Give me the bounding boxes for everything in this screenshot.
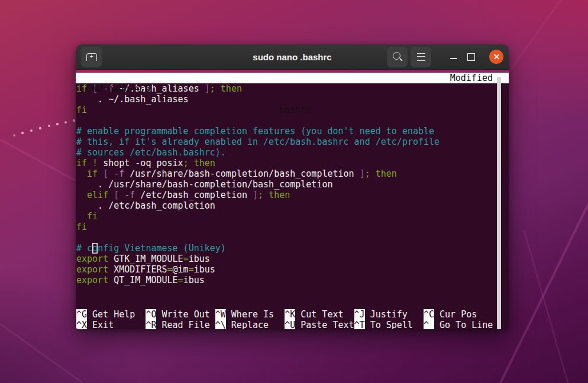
wallpaper-line xyxy=(524,231,568,383)
shortcut-key: ^O xyxy=(146,309,156,320)
menu-button[interactable] xyxy=(411,47,431,67)
nano-shortcut: ^UPaste Text xyxy=(285,320,354,329)
code-line: if ! shopt -oq posix; then xyxy=(76,158,509,168)
shortcut-label: Paste Text xyxy=(295,320,354,329)
nano-shortcut: ^WWhere Is xyxy=(215,309,285,320)
shortcut-key: ^K xyxy=(285,309,295,320)
maximize-button[interactable] xyxy=(464,50,478,64)
wallpaper-line xyxy=(0,324,83,383)
code-line: . /etc/bash_completion xyxy=(76,200,509,211)
code-line: export GTK_IM_MODULE=ibus xyxy=(76,254,509,264)
shortcut-key: ^J xyxy=(354,309,365,320)
shortcut-key: ^R xyxy=(146,320,156,329)
wallpaper-line xyxy=(506,0,561,76)
shortcut-label: Write Out xyxy=(156,309,209,320)
shortcut-key: ^X xyxy=(76,320,87,329)
shortcut-label: Replace xyxy=(226,320,269,329)
nano-shortcut: ^KCut Text xyxy=(285,309,354,320)
shortcut-bar: ^GGet Help^OWrite Out^WWhere Is^KCut Tex… xyxy=(76,309,504,329)
nano-filename: .bashrc xyxy=(76,105,509,115)
nano-shortcut: ^TTo Spell xyxy=(354,320,424,329)
shortcut-label: Cut Text xyxy=(295,309,343,320)
maximize-icon xyxy=(467,53,475,61)
code-line xyxy=(76,232,509,243)
minimize-button[interactable] xyxy=(447,50,461,64)
nano-shortcut: ^OWrite Out xyxy=(146,309,215,320)
nano-modified-status: Modified xyxy=(450,73,493,83)
nano-shortcut: ^CCur Pos xyxy=(424,309,493,320)
shortcut-key: ^_ xyxy=(424,320,434,329)
search-icon xyxy=(393,52,400,60)
search-button[interactable] xyxy=(387,47,408,67)
new-tab-icon xyxy=(86,53,97,61)
shortcut-key: ^\ xyxy=(215,320,226,329)
wallpaper-line xyxy=(500,200,588,383)
code-line: elif [ -f /etc/bash_completion ]; then xyxy=(76,190,509,200)
menu-icon xyxy=(417,53,425,61)
nano-shortcut: ^_Go To Line xyxy=(424,320,493,329)
minimize-icon xyxy=(450,58,457,59)
nano-shortcut: ^GGet Help xyxy=(76,309,146,320)
nano-header: GNU nano 4.8 .bashrc Modified xyxy=(76,73,509,83)
scrollbar[interactable] xyxy=(497,77,501,329)
close-icon xyxy=(489,50,503,64)
shortcut-key: ^W xyxy=(215,309,226,320)
shortcut-label: Read File xyxy=(156,320,209,329)
shortcut-key: ^T xyxy=(354,320,365,329)
code-line: export QT_IM_MODULE=ibus xyxy=(76,275,509,285)
nano-version: GNU nano 4.8 xyxy=(86,83,150,94)
wallpaper-dotted-line xyxy=(13,119,75,137)
nano-shortcut: ^RRead File xyxy=(146,320,215,329)
code-line: fi xyxy=(76,211,509,222)
code-line: . /usr/share/bash-completion/bash_comple… xyxy=(76,179,509,190)
code-line: if [ -f /usr/share/bash-completion/bash_… xyxy=(76,168,509,179)
nano-shortcut: ^\Replace xyxy=(215,320,285,329)
new-tab-button[interactable] xyxy=(81,47,102,67)
shortcut-label: Get Help xyxy=(87,309,135,320)
nano-shortcut: ^JJustify xyxy=(354,309,424,320)
shortcut-label: Go To Line xyxy=(434,320,493,329)
close-button[interactable] xyxy=(489,50,503,64)
shortcut-key: ^C xyxy=(424,309,434,320)
terminal-window: sudo nano .bashrc xyxy=(76,44,509,329)
shortcut-label: To Spell xyxy=(365,320,413,329)
shortcut-label: Justify xyxy=(365,309,408,320)
titlebar[interactable]: sudo nano .bashrc xyxy=(76,44,509,70)
terminal-content[interactable]: GNU nano 4.8 .bashrc Modified if [ -f ~/… xyxy=(76,73,509,329)
nano-shortcut: ^XExit xyxy=(76,320,146,329)
code-line: # config Vietnamese (Unikey) xyxy=(76,243,509,254)
text-cursor: o xyxy=(92,243,98,254)
code-line: # sources /etc/bash.bashrc). xyxy=(76,147,509,158)
shortcut-label: Cur Pos xyxy=(434,309,477,320)
shortcut-label: Exit xyxy=(87,320,114,329)
desktop-background: sudo nano .bashrc xyxy=(0,0,588,383)
shortcut-key: ^U xyxy=(285,320,295,329)
shortcut-key: ^G xyxy=(76,309,87,320)
code-line: fi xyxy=(76,222,509,232)
code-line: export XMODIFIERS=@im=ibus xyxy=(76,264,509,275)
shortcut-label: Where Is xyxy=(226,309,274,320)
